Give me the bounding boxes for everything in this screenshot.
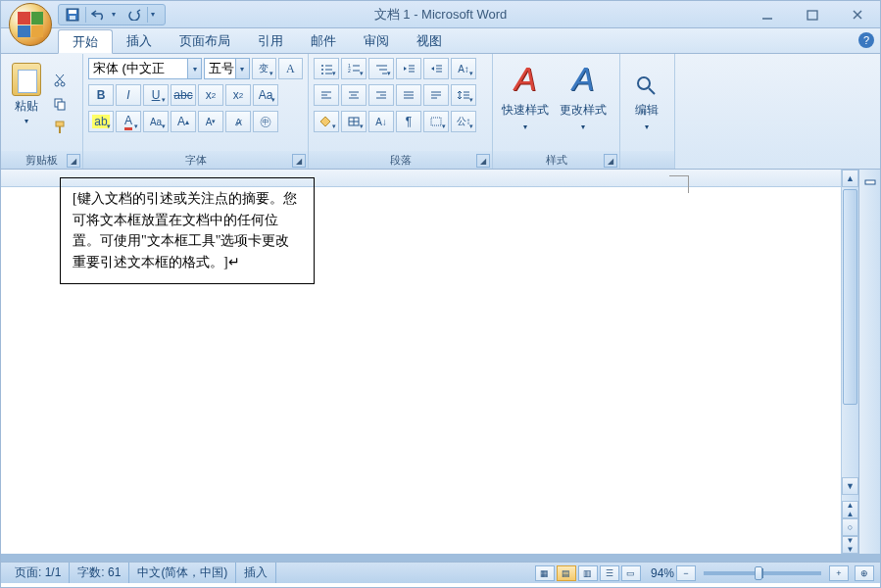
status-page[interactable]: 页面: 1/1: [7, 563, 70, 583]
asian-layout-button[interactable]: 公↕: [451, 111, 476, 132]
ruler-toggle[interactable]: [861, 173, 879, 191]
align-left-button[interactable]: [314, 84, 339, 106]
justify-button[interactable]: [396, 84, 421, 106]
quick-styles-icon: A: [514, 60, 537, 98]
maximize-button[interactable]: [790, 1, 835, 27]
quick-styles-button[interactable]: A 快速样式▾: [498, 57, 553, 131]
next-page-button[interactable]: ▼▼: [842, 536, 858, 554]
tab-page-layout[interactable]: 页面布局: [166, 28, 244, 53]
styles-dialog-launcher[interactable]: ◢: [604, 154, 617, 168]
zoom-slider-thumb[interactable]: [755, 566, 762, 580]
vertical-scrollbar[interactable]: ▲ ▼ ▲▲ ○ ▼▼: [841, 170, 858, 554]
view-full-reading[interactable]: ▤: [557, 565, 576, 581]
editing-button[interactable]: 编辑▾: [625, 57, 668, 131]
scroll-thumb[interactable]: [843, 189, 857, 405]
distribute-button[interactable]: [423, 84, 449, 106]
scroll-down-button[interactable]: ▼: [842, 477, 858, 495]
tab-insert[interactable]: 插入: [113, 28, 166, 53]
change-styles-button[interactable]: A 更改样式▾: [556, 57, 611, 131]
borders-button[interactable]: [341, 111, 367, 132]
subscript-button[interactable]: x2: [198, 84, 223, 106]
char-scale-button[interactable]: Aa: [143, 111, 169, 132]
group-label-paragraph: 段落◢: [309, 151, 492, 169]
font-dialog-launcher[interactable]: ◢: [292, 154, 306, 168]
status-word-count[interactable]: 字数: 61: [70, 563, 129, 583]
office-button[interactable]: [9, 3, 52, 46]
shading-button[interactable]: [314, 111, 339, 132]
line-spacing-button[interactable]: [451, 84, 476, 106]
view-print-layout[interactable]: ▦: [535, 565, 555, 581]
group-paragraph: 12 A↕ A↓ ¶ 公↕ 段落: [309, 54, 493, 169]
status-insert-mode[interactable]: 插入: [236, 563, 276, 583]
change-case-button[interactable]: Aa: [253, 84, 278, 106]
snap-grid-button[interactable]: [423, 111, 449, 132]
close-button[interactable]: [835, 1, 880, 27]
minimize-button[interactable]: [745, 1, 790, 27]
zoom-out-button[interactable]: −: [676, 565, 696, 581]
numbering-button[interactable]: 12: [341, 58, 367, 79]
undo-button[interactable]: [89, 6, 109, 24]
svg-rect-58: [865, 180, 875, 184]
align-right-button[interactable]: [368, 84, 394, 106]
bullets-button[interactable]: [314, 58, 339, 79]
svg-line-57: [649, 88, 655, 94]
quick-access-toolbar: ▾ ▾: [58, 4, 166, 25]
strikethrough-button[interactable]: abc: [171, 84, 196, 106]
help-button[interactable]: ?: [858, 32, 874, 48]
underline-button[interactable]: U: [143, 84, 169, 106]
tab-mailings[interactable]: 邮件: [297, 28, 350, 53]
align-center-button[interactable]: [341, 84, 367, 106]
scroll-track[interactable]: [842, 187, 858, 477]
save-button[interactable]: [63, 6, 82, 24]
shrink-font-button[interactable]: A▾: [198, 111, 223, 132]
tab-review[interactable]: 审阅: [350, 28, 403, 53]
tab-view[interactable]: 视图: [403, 28, 456, 53]
paragraph-dialog-launcher[interactable]: ◢: [476, 154, 490, 168]
superscript-button[interactable]: x2: [225, 84, 251, 106]
decrease-indent-button[interactable]: [396, 58, 421, 79]
zoom-fit-button[interactable]: ⊕: [855, 565, 874, 581]
zoom-in-button[interactable]: +: [829, 565, 849, 581]
font-name-combo[interactable]: 宋体 (中文正▾: [88, 58, 202, 79]
office-logo-icon: [18, 12, 43, 37]
grow-font-button[interactable]: A▴: [171, 111, 196, 132]
document-textbox[interactable]: [键入文档的引述或关注点的摘要。您可将文本框放置在文档中的任何位置。可使用"文本…: [60, 177, 315, 284]
qat-customize-dropdown[interactable]: ▾: [151, 10, 161, 19]
svg-point-56: [638, 77, 650, 89]
clipboard-dialog-launcher[interactable]: ◢: [67, 154, 80, 168]
browse-object-button[interactable]: ○: [842, 518, 858, 536]
group-label-styles: 样式◢: [493, 151, 619, 169]
zoom-level[interactable]: 94%: [651, 566, 674, 580]
view-draft[interactable]: ▭: [621, 565, 641, 581]
phonetic-button[interactable]: 变: [252, 58, 276, 79]
multilevel-list-button[interactable]: [368, 58, 394, 79]
text-direction-button[interactable]: A↕: [451, 58, 476, 79]
cut-button[interactable]: [50, 72, 70, 89]
copy-button[interactable]: [50, 95, 70, 113]
clear-format-button[interactable]: A̷: [225, 111, 251, 132]
increase-indent-button[interactable]: [423, 58, 449, 79]
paste-button[interactable]: 粘贴 ▾: [6, 57, 47, 131]
view-web-layout[interactable]: ▥: [578, 565, 598, 581]
show-marks-button[interactable]: ¶: [396, 111, 421, 132]
prev-page-button[interactable]: ▲▲: [842, 501, 858, 518]
tab-references[interactable]: 引用: [244, 28, 297, 53]
char-border-button[interactable]: A: [278, 58, 303, 79]
sort-button[interactable]: A↓: [368, 111, 394, 132]
undo-dropdown[interactable]: ▾: [112, 10, 122, 19]
format-painter-button[interactable]: [50, 119, 70, 136]
scroll-up-button[interactable]: ▲: [842, 170, 858, 187]
font-size-combo[interactable]: 五号▾: [204, 58, 250, 79]
svg-line-10: [56, 74, 63, 82]
zoom-slider[interactable]: [704, 571, 821, 575]
page-view[interactable]: [键入文档的引述或关注点的摘要。您可将文本框放置在文档中的任何位置。可使用"文本…: [1, 170, 841, 554]
enclose-char-button[interactable]: ㊥: [253, 111, 278, 132]
bold-button[interactable]: B: [88, 84, 114, 106]
view-outline[interactable]: ☰: [600, 565, 619, 581]
redo-button[interactable]: [124, 6, 144, 24]
tab-home[interactable]: 开始: [58, 29, 113, 54]
status-language[interactable]: 中文(简体，中国): [129, 563, 236, 583]
highlight-button[interactable]: ab: [88, 111, 114, 132]
italic-button[interactable]: I: [116, 84, 141, 106]
font-color-button[interactable]: A: [116, 111, 141, 132]
